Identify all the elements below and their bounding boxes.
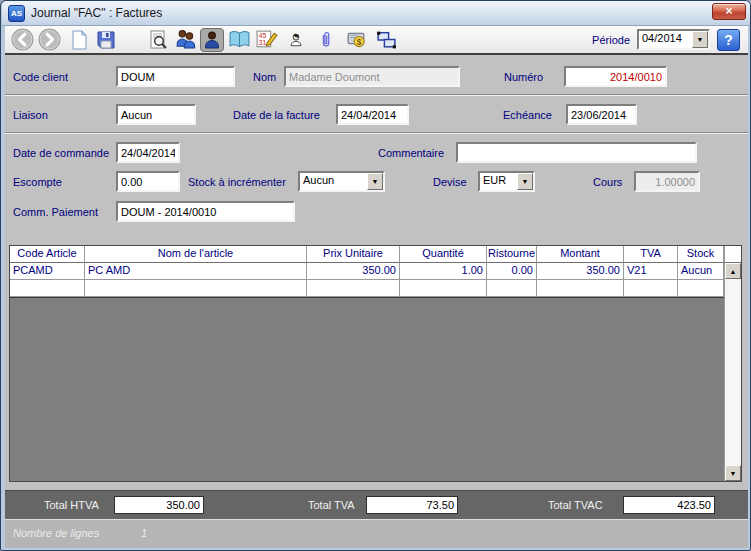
cours-label: Cours — [593, 176, 622, 188]
stock-incrementer-select[interactable]: Aucun ▼ — [298, 171, 385, 192]
status-bar: Nombre de lignes 1 — [5, 519, 748, 548]
scrollbar-header-spacer — [725, 246, 741, 263]
nom-input — [284, 66, 460, 87]
escompte-input[interactable] — [116, 171, 180, 192]
invoice-lines-table: Code Article Nom de l'article Prix Unita… — [9, 245, 742, 482]
window-title: Journal "FAC" : Factures — [31, 6, 162, 20]
clients-icon[interactable] — [173, 28, 197, 52]
cell-ristourne[interactable]: 0.00 — [487, 263, 537, 280]
cell-empty[interactable] — [307, 280, 400, 297]
escompte-label: Escompte — [13, 176, 62, 188]
back-icon[interactable] — [10, 28, 34, 52]
svg-text:31: 31 — [258, 39, 266, 46]
devise-select[interactable]: EUR ▼ — [478, 171, 535, 192]
totals-bar: Total HTVA 350.00 Total TVA 73.50 Total … — [5, 490, 748, 519]
cell-montant[interactable]: 350.00 — [537, 263, 624, 280]
commentaire-label: Commentaire — [378, 147, 444, 159]
date-facture-label: Date de la facture — [233, 109, 320, 121]
windows-icon[interactable] — [374, 28, 398, 52]
date-commande-label: Date de commande — [13, 147, 109, 159]
help-button[interactable]: ? — [717, 29, 740, 51]
cell-tva[interactable]: V21 — [624, 263, 678, 280]
invoice-journal-window: AS Journal "FAC" : Factures × 4531 — [0, 0, 751, 551]
cell-stock[interactable]: Aucun — [678, 263, 724, 280]
total-htva-label: Total HTVA — [44, 499, 99, 511]
search-document-icon[interactable] — [146, 28, 170, 52]
cell-empty[interactable] — [624, 280, 678, 297]
chevron-down-icon[interactable]: ▼ — [692, 31, 708, 48]
contact-icon[interactable] — [284, 28, 308, 52]
cell-nom-article[interactable]: PC AMD — [85, 263, 307, 280]
numero-input[interactable] — [564, 66, 667, 87]
cell-empty[interactable] — [487, 280, 537, 297]
echeance-input[interactable] — [566, 104, 637, 125]
chevron-down-icon[interactable]: ▼ — [367, 173, 383, 190]
col-header-stock: Stock — [678, 246, 724, 263]
cell-code-article[interactable]: PCAMD — [10, 263, 85, 280]
payment-icon[interactable]: $ — [344, 28, 368, 52]
devise-value: EUR — [480, 173, 517, 190]
catalog-book-icon[interactable] — [227, 28, 251, 52]
total-tvac-value: 423.50 — [623, 496, 715, 514]
cell-empty[interactable] — [400, 280, 487, 297]
code-client-input[interactable] — [116, 66, 235, 87]
code-client-label: Code client — [13, 71, 68, 83]
col-header-nom-article: Nom de l'article — [85, 246, 307, 263]
comm-paiement-input[interactable] — [116, 201, 295, 222]
table-empty-area — [10, 297, 724, 481]
stock-incrementer-value: Aucun — [300, 173, 367, 190]
table-header-row: Code Article Nom de l'article Prix Unita… — [10, 246, 724, 263]
periode-value: 04/2014 — [639, 31, 692, 48]
periode-combobox[interactable]: 04/2014 ▼ — [637, 29, 710, 50]
col-header-quantite: Quantité — [400, 246, 487, 263]
total-htva-value: 350.00 — [114, 496, 204, 514]
liaison-input[interactable] — [116, 104, 196, 125]
dates-calendar-icon[interactable]: 4531 — [254, 28, 278, 52]
periode-label: Période — [592, 34, 630, 46]
line-count-value: 1 — [141, 527, 147, 539]
section-divider — [5, 132, 748, 134]
line-count-label: Nombre de lignes — [13, 527, 99, 539]
comm-paiement-label: Comm. Paiement — [13, 206, 98, 218]
table-scrollbar[interactable]: ▲ ▼ — [724, 246, 741, 481]
total-tvac-label: Total TVAC — [548, 499, 603, 511]
table-row[interactable]: PCAMD PC AMD 350.00 1.00 0.00 350.00 V21… — [10, 263, 724, 280]
stock-incrementer-label: Stock à incrémenter — [188, 176, 286, 188]
save-icon[interactable] — [94, 28, 118, 52]
liaison-label: Liaison — [13, 109, 48, 121]
total-tva-value: 73.50 — [366, 496, 458, 514]
table-row-empty[interactable] — [10, 280, 724, 297]
cell-empty[interactable] — [85, 280, 307, 297]
section-divider — [5, 94, 748, 96]
commentaire-input[interactable] — [456, 142, 697, 163]
new-document-icon[interactable] — [67, 28, 91, 52]
title-bar: AS Journal "FAC" : Factures × — [2, 1, 751, 26]
cell-quantite[interactable]: 1.00 — [400, 263, 487, 280]
numero-label: Numéro — [504, 71, 543, 83]
col-header-prix-unitaire: Prix Unitaire — [307, 246, 400, 263]
cell-empty[interactable] — [10, 280, 85, 297]
echeance-label: Echéance — [503, 109, 552, 121]
total-tva-label: Total TVA — [308, 499, 355, 511]
scrollbar-track[interactable] — [725, 279, 741, 465]
scrollbar-up-icon[interactable]: ▲ — [725, 263, 741, 279]
date-facture-input[interactable] — [336, 104, 409, 125]
col-header-code-article: Code Article — [10, 246, 85, 263]
forward-icon[interactable] — [37, 28, 61, 52]
scrollbar-down-icon[interactable]: ▼ — [725, 465, 741, 481]
date-commande-input[interactable] — [116, 142, 180, 163]
svg-text:$: $ — [356, 37, 361, 47]
col-header-montant: Montant — [537, 246, 624, 263]
devise-label: Devise — [433, 176, 467, 188]
nom-label: Nom — [253, 71, 276, 83]
cell-empty[interactable] — [678, 280, 724, 297]
toolbar: 4531 $ Période 04/2014 ▼ ? — [5, 26, 748, 55]
chevron-down-icon[interactable]: ▼ — [517, 173, 533, 190]
app-icon: AS — [8, 5, 25, 22]
col-header-ristourne: Ristourne — [487, 246, 537, 263]
cell-prix-unitaire[interactable]: 350.00 — [307, 263, 400, 280]
client-selected-icon[interactable] — [200, 28, 224, 52]
attachment-icon[interactable] — [314, 28, 338, 52]
close-button[interactable]: × — [712, 3, 746, 20]
cell-empty[interactable] — [537, 280, 624, 297]
